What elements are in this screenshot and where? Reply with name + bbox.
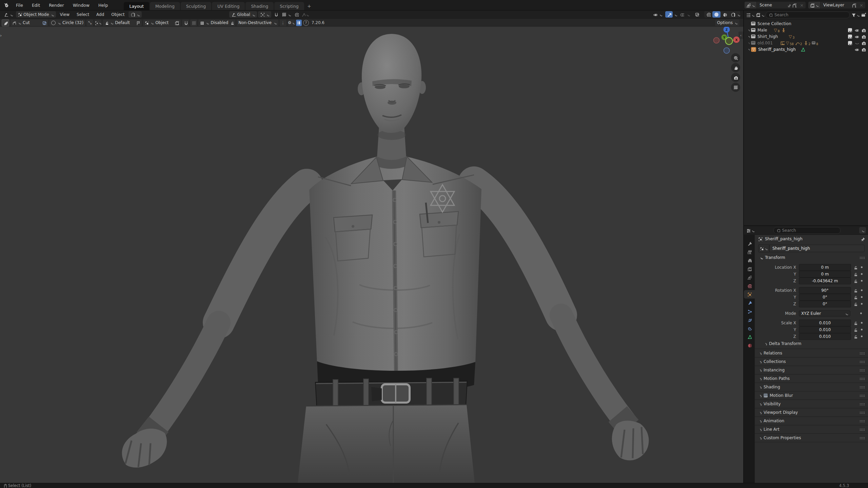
outliner-row-old-001[interactable]: old.001 ▽58 2 2 8 (744, 40, 868, 46)
section-visibility[interactable]: Visibility (755, 400, 868, 408)
render-camera-icon[interactable] (861, 47, 866, 52)
hide-eye-icon[interactable] (854, 28, 859, 32)
settings-gear-icon[interactable]: ⚙ (288, 20, 295, 26)
scale-z-input[interactable]: 0.010 (799, 333, 851, 340)
animate-dot[interactable] (861, 303, 863, 305)
tab-scene-icon[interactable] (744, 273, 755, 282)
animate-dot[interactable] (861, 266, 863, 268)
tab-modeling[interactable]: Modeling (150, 2, 180, 10)
hide-eye-closed-icon[interactable] (854, 41, 859, 45)
panel-drag-handle[interactable] (860, 428, 865, 431)
snap-toggle-icon[interactable] (272, 11, 280, 18)
add-workspace-button[interactable]: + (305, 2, 314, 10)
shading-wireframe-icon[interactable] (704, 11, 712, 18)
transform-panel-header[interactable]: Transform (755, 253, 868, 262)
viewlayer-selector[interactable]: ViewLayer × (808, 2, 865, 8)
lock-icon[interactable] (853, 272, 857, 276)
shading-material-icon[interactable] (721, 11, 729, 18)
menu-file[interactable]: File (12, 0, 27, 10)
expand-icon[interactable] (747, 35, 750, 38)
outliner-row-sheriff-pants-high[interactable]: ▽ Sheriff_pants_high (744, 46, 868, 53)
shading-rendered-icon[interactable] (729, 11, 737, 18)
panel-drag-handle[interactable] (860, 361, 865, 363)
lock-icon[interactable] (853, 295, 857, 299)
apply-icon[interactable]: ⭳ (280, 20, 287, 26)
hide-eye-icon[interactable] (854, 47, 859, 52)
tab-viewlayer-icon[interactable] (744, 265, 755, 273)
pivot-point-button[interactable] (258, 11, 271, 18)
properties-search-input[interactable]: Search (773, 227, 841, 234)
viewlayer-name[interactable]: ViewLayer (821, 3, 850, 7)
remove-viewlayer-icon[interactable]: × (857, 3, 865, 8)
menu-view[interactable]: View (57, 11, 73, 18)
menu-render[interactable]: Render (44, 0, 68, 10)
panel-drag-handle[interactable] (860, 420, 865, 422)
section-viewport-display[interactable]: Viewport Display (755, 408, 868, 416)
exclude-checkbox[interactable] (848, 41, 852, 45)
rotation-mode-dropdown[interactable]: XYZ Euler (799, 310, 850, 317)
motion-blur-checkbox[interactable] (764, 393, 768, 398)
scale-x-input[interactable]: 0.010 (799, 320, 851, 326)
render-camera-icon[interactable] (861, 41, 866, 45)
location-x-input[interactable]: 0 m (799, 264, 851, 271)
lock-icon[interactable] (853, 288, 857, 292)
tab-layout[interactable]: Layout (124, 2, 149, 10)
tab-particles-icon[interactable] (744, 307, 755, 316)
tab-tool-icon[interactable] (744, 239, 755, 248)
proportional-edit-icon[interactable] (293, 11, 300, 18)
scene-name[interactable]: Scene (757, 3, 787, 7)
panel-drag-handle[interactable] (860, 378, 865, 380)
outliner-filter-button[interactable] (851, 13, 860, 17)
viewport-3d[interactable]: › ‹ Y Z X (0, 27, 743, 483)
menu-object[interactable]: Object (108, 11, 127, 18)
exclude-checkbox[interactable] (848, 28, 852, 32)
camera-view-icon[interactable] (731, 73, 740, 82)
menu-add[interactable]: Add (93, 11, 107, 18)
new-viewlayer-icon[interactable] (850, 3, 857, 7)
show-gizmo-toggle[interactable] (665, 11, 673, 18)
tab-world-icon[interactable] (744, 282, 755, 290)
resize-icon[interactable]: ⤡ (86, 20, 93, 26)
zoom-view-icon[interactable] (731, 53, 740, 62)
pin-scene-icon[interactable] (787, 3, 791, 7)
scene-icon[interactable] (745, 2, 757, 8)
lock-icon[interactable] (853, 279, 857, 283)
panel-drag-handle[interactable] (860, 369, 865, 371)
unlink-scene-icon[interactable]: × (798, 3, 806, 8)
animate-dot[interactable] (861, 336, 863, 337)
section-custom-properties[interactable]: Custom Properties (755, 433, 868, 442)
section-line-art[interactable]: Line Art (755, 425, 868, 433)
scene-selector[interactable]: Scene × (745, 2, 806, 8)
xray-toggle[interactable] (693, 11, 701, 18)
animate-dot[interactable] (861, 296, 863, 298)
outliner-row-scene-collection[interactable]: Scene Collection (744, 20, 868, 27)
outliner-search-input[interactable]: Search (766, 12, 850, 18)
snap-mode-selector[interactable]: Disabled (198, 20, 235, 26)
snap-grid-icon[interactable] (190, 20, 197, 26)
behavior-selector[interactable]: Default (103, 20, 142, 26)
section-animation[interactable]: Animation (755, 416, 868, 425)
hide-eye-icon[interactable] (854, 34, 859, 39)
animate-dot[interactable] (861, 322, 863, 324)
panel-drag-handle[interactable] (860, 411, 865, 414)
properties-options-button[interactable] (859, 227, 866, 233)
animate-dot[interactable] (861, 329, 863, 330)
help-icon[interactable]: ? (303, 20, 309, 26)
rotation-x-input[interactable]: 90° (799, 287, 851, 294)
object-id-button[interactable] (758, 244, 769, 252)
cut-tool-selector[interactable]: Cut (11, 20, 48, 26)
tab-render-icon[interactable] (744, 248, 755, 256)
section-instancing[interactable]: Instancing (755, 366, 868, 374)
lock-icon[interactable] (853, 265, 857, 269)
tab-material-icon[interactable] (744, 341, 755, 349)
target-selector[interactable]: Object (143, 20, 181, 26)
tab-object-data-icon[interactable] (744, 332, 755, 341)
panel-drag-handle[interactable] (860, 437, 865, 439)
outliner-row-shirt-high[interactable]: Shirt_high ▽3 (744, 33, 868, 40)
lock-icon[interactable] (853, 302, 857, 306)
outliner-editor-type-button[interactable] (746, 13, 754, 17)
blender-logo-icon[interactable] (0, 0, 12, 10)
mode-selector[interactable]: Object Mode (16, 11, 56, 18)
location-y-input[interactable]: 0 m (799, 271, 851, 278)
toolbar-expand-arrow[interactable]: › (0, 33, 2, 38)
